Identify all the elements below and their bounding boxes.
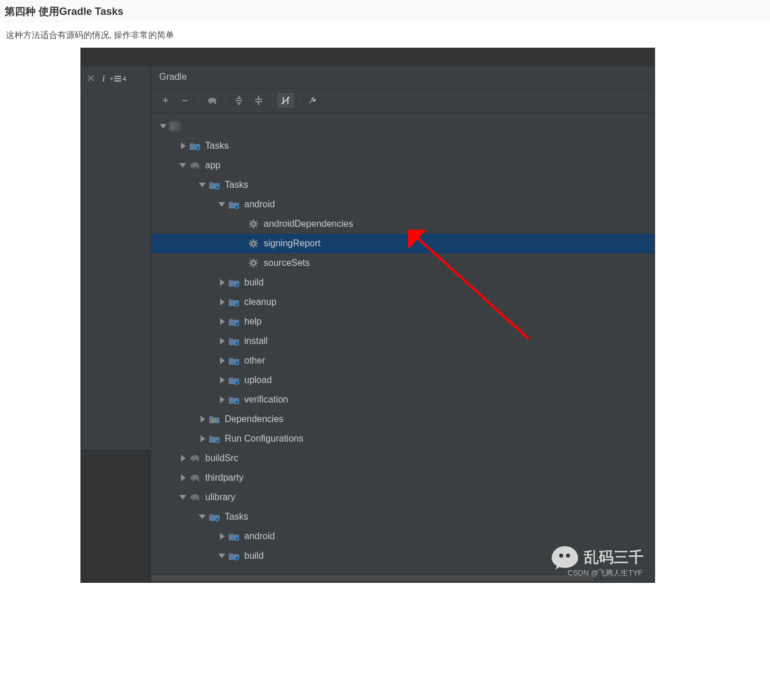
chevron-right-icon[interactable] (179, 454, 187, 462)
tree-row[interactable]: install (151, 331, 654, 351)
elephant-icon (189, 160, 201, 171)
tree-row[interactable]: Dependencies (151, 409, 654, 429)
scrollbar-thumb[interactable] (151, 575, 594, 581)
tree-row[interactable]: sourceSets (151, 253, 654, 273)
elephant-icon[interactable] (203, 93, 221, 108)
chevron-right-icon[interactable] (218, 318, 226, 326)
separator (198, 94, 199, 107)
folder-icon (189, 140, 201, 152)
chevron-down-icon[interactable] (198, 181, 206, 189)
tree-item-label: Tasks (205, 141, 229, 151)
info-icon[interactable]: i (100, 74, 105, 84)
chevron-right-icon[interactable] (179, 142, 187, 150)
svg-point-43 (236, 343, 237, 344)
csdn-watermark: CSDN @飞腾人生TYF (568, 568, 642, 578)
svg-rect-28 (253, 258, 254, 260)
svg-rect-11 (256, 223, 258, 225)
svg-rect-30 (249, 262, 251, 264)
chevron-right-icon[interactable] (198, 415, 206, 423)
tree-row[interactable]: Run Configurations (151, 429, 654, 448)
tree-row[interactable]: app (151, 156, 654, 175)
folder-icon (209, 433, 220, 444)
add-button[interactable]: + (157, 93, 174, 108)
tree-item-label: android (244, 199, 275, 210)
wechat-icon (552, 546, 578, 568)
folder-icon (228, 531, 240, 542)
chevron-right-icon[interactable] (198, 435, 206, 443)
chevron-right-icon[interactable] (218, 532, 226, 540)
tree-row[interactable]: buildSrc (151, 448, 654, 468)
tree-item-label: Run Configurations (225, 434, 303, 444)
chevron-down-icon[interactable] (218, 552, 226, 560)
chevron-right-icon[interactable] (218, 357, 226, 365)
tree-item-label: upload (244, 375, 272, 385)
chevron-down-icon[interactable] (159, 122, 167, 130)
folder-icon (209, 511, 220, 523)
tree-row[interactable]: upload (151, 370, 654, 390)
chevron-right-icon[interactable] (218, 279, 226, 287)
offline-mode-icon[interactable] (277, 93, 294, 108)
tree-row[interactable]: Tasks (151, 175, 654, 195)
tree-row[interactable]: android (151, 527, 654, 546)
no-arrow (237, 239, 245, 247)
wechat-watermark: 乱码三千 (552, 546, 644, 568)
svg-rect-52 (217, 420, 218, 423)
tree-row[interactable]: build (151, 273, 654, 292)
remove-button[interactable]: − (176, 93, 194, 108)
tree-row[interactable]: Tasks (151, 507, 654, 527)
no-arrow (237, 220, 245, 228)
chevron-down-icon[interactable] (198, 513, 206, 521)
svg-point-37 (236, 284, 237, 285)
chevron-right-icon[interactable] (218, 298, 226, 306)
tree-row[interactable]: cleanup (151, 292, 654, 312)
view-mode-icon[interactable]: ▾ 4 (110, 75, 126, 82)
svg-point-49 (236, 401, 237, 403)
tree-row[interactable]: Tasks (151, 136, 654, 156)
close-icon[interactable] (87, 74, 94, 83)
svg-rect-19 (253, 246, 254, 248)
tree-row[interactable]: androidDependencies (151, 214, 654, 234)
wrench-icon[interactable] (304, 93, 321, 108)
tree-row[interactable]: other (151, 351, 654, 370)
chevron-right-icon[interactable] (218, 396, 226, 404)
tree-item-label: androidDependencies (264, 219, 353, 229)
svg-rect-10 (249, 223, 251, 225)
tree-item-label: Tasks (225, 512, 248, 522)
tree-item-label: verification (244, 395, 288, 405)
svg-point-7 (252, 223, 255, 225)
gradle-tree[interactable]: TasksappTasksandroidandroidDependenciess… (151, 113, 654, 574)
chevron-down-icon[interactable] (179, 161, 187, 169)
tree-item-label: build (244, 277, 264, 288)
gear-icon (248, 238, 259, 249)
tree-item-label: ulibrary (205, 492, 235, 502)
svg-rect-21 (256, 243, 258, 244)
tree-row[interactable]: android (151, 195, 654, 214)
tree-row[interactable]: signingReport (151, 234, 654, 253)
collapse-all-icon[interactable] (250, 93, 267, 108)
tree-row[interactable]: ulibrary (151, 488, 654, 507)
tree-item-label: cleanup (244, 297, 276, 307)
chevron-down-icon[interactable] (218, 200, 226, 208)
expand-all-icon[interactable] (230, 93, 248, 108)
tree-item-label: Dependencies (225, 414, 283, 424)
separator (299, 94, 299, 107)
deps-icon (209, 413, 220, 425)
elephant-icon (189, 492, 201, 503)
tree-item-label: signingReport (264, 238, 321, 249)
tree-item-label: Tasks (225, 180, 248, 190)
svg-rect-18 (253, 239, 254, 241)
chevron-down-icon[interactable] (179, 493, 187, 501)
tree-row[interactable]: verification (151, 390, 654, 409)
chevron-right-icon[interactable] (218, 376, 226, 384)
folder-icon (228, 335, 240, 347)
panel-title: Gradle (151, 66, 654, 88)
chevron-right-icon[interactable] (179, 474, 187, 482)
tree-row[interactable] (151, 117, 654, 136)
svg-rect-20 (249, 243, 251, 244)
tree-row[interactable]: help (151, 312, 654, 331)
tree-row[interactable]: thirdparty (151, 468, 654, 488)
separator (272, 94, 272, 107)
chevron-right-icon[interactable] (218, 337, 226, 345)
tree-item-label: sourceSets (264, 258, 310, 268)
folder-icon (228, 374, 240, 386)
